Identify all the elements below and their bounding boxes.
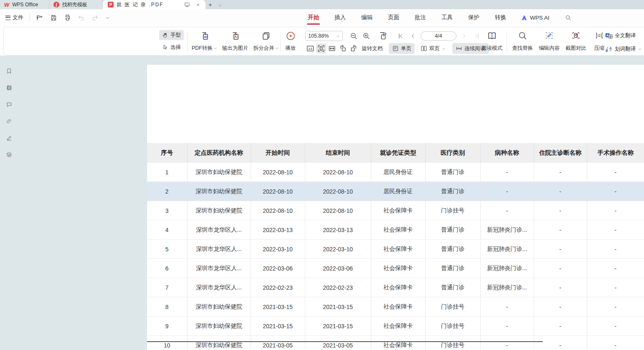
next-page-button[interactable]	[459, 31, 469, 41]
redo-icon	[91, 14, 99, 21]
docer-icon: ʃ	[53, 2, 59, 8]
reading-mode-group: 阅读模式	[479, 30, 505, 53]
table-cell: -	[587, 182, 644, 201]
zoom-in-button[interactable]	[361, 31, 371, 41]
menu-item-edit[interactable]: 编辑	[360, 11, 373, 24]
export-image-icon	[230, 31, 240, 41]
play-button[interactable]: 播放	[283, 30, 298, 53]
menu-item-comment[interactable]: 批注	[414, 11, 427, 24]
annotate-pen-button[interactable]	[4, 133, 15, 143]
menu-item-insert[interactable]: 插入	[334, 11, 347, 24]
table-cell: 2022-08-10	[305, 163, 371, 182]
image-thumbnail-icon	[6, 84, 12, 92]
table-cell: 9	[147, 317, 187, 336]
select-tool-button[interactable]: 选择	[159, 42, 184, 52]
zoom-out-button[interactable]	[349, 31, 359, 41]
screenshot-compare-button[interactable]: 截图对比	[563, 30, 589, 53]
folder-open-icon	[36, 14, 43, 21]
comments-panel-button[interactable]	[4, 100, 15, 110]
close-tab-icon[interactable]: ×	[193, 2, 200, 8]
first-page-button[interactable]	[396, 31, 406, 41]
table-cell: 2022-08-10	[305, 182, 371, 201]
word-translate-button[interactable]: 字A 划词翻译	[603, 44, 643, 54]
search-icon	[565, 15, 571, 21]
wps-ai-button[interactable]: WPS AI	[521, 12, 550, 23]
table-cell: 4	[147, 220, 187, 240]
fit-width-button[interactable]	[327, 43, 337, 54]
tab-wps-office[interactable]: W WPS Office	[0, 0, 49, 9]
actual-size-button[interactable]: 1:1	[305, 43, 315, 54]
rotate-right-button[interactable]	[349, 43, 359, 54]
split-merge-icon	[261, 31, 271, 41]
menu-item-home[interactable]: 开始	[307, 11, 320, 24]
fit-page-button[interactable]	[316, 43, 326, 54]
menu-item-convert[interactable]: 转换	[494, 11, 507, 24]
table-cell: -	[534, 259, 587, 278]
open-file-button[interactable]	[34, 13, 46, 23]
double-page-button[interactable]: 双页	[417, 43, 449, 54]
tab-docer-templates[interactable]: ʃ 找稻壳模板	[49, 0, 103, 9]
hamburger-icon	[5, 15, 10, 20]
rotate-document-button[interactable]: 旋转文档	[360, 43, 385, 54]
tab-document[interactable]: P 就 医 记 录 .PDF ×	[103, 0, 205, 9]
menu-item-page[interactable]: 页面	[387, 11, 400, 24]
previous-page-button[interactable]	[408, 31, 418, 41]
hand-icon	[162, 32, 168, 38]
undo-button[interactable]	[76, 13, 87, 23]
double-page-icon	[421, 45, 427, 52]
table-cell: 深圳市妇幼保健院	[187, 201, 251, 220]
fit-page-icon	[317, 44, 325, 53]
redo-button[interactable]	[89, 13, 101, 23]
layers-panel-button[interactable]	[4, 150, 15, 160]
thumbnails-panel-button[interactable]	[4, 83, 15, 93]
bookmarks-panel-button[interactable]	[4, 66, 15, 76]
new-tab-button[interactable]: +	[205, 0, 215, 9]
chevron-down-icon	[275, 46, 279, 50]
menu-item-protect[interactable]: 保护	[467, 11, 480, 24]
header-cell: 序号	[147, 143, 187, 163]
table-cell: -	[534, 220, 587, 240]
table-cell: 2021-03-15	[305, 317, 371, 336]
print-button[interactable]	[62, 13, 73, 23]
menu-search-button[interactable]	[564, 12, 572, 23]
hand-tool-button[interactable]: 手型	[159, 30, 184, 40]
save-button[interactable]	[48, 13, 59, 23]
rotate-pages-button[interactable]	[378, 31, 388, 41]
page-number-input[interactable]	[421, 31, 456, 41]
attachments-panel-button[interactable]	[4, 116, 15, 126]
table-cell: 普通门诊	[425, 182, 480, 201]
full-text-translate-button[interactable]: A字 全文翻译	[603, 31, 643, 41]
table-cell: -	[587, 163, 644, 182]
table-cell: 社会保障卡	[371, 220, 425, 240]
table-row: 8深圳市妇幼保健院2021-03-152021-03-15社会保障卡门诊挂号--…	[147, 297, 644, 317]
table-cell: 2022-08-10	[251, 163, 305, 182]
table-cell: 2021-03-15	[305, 297, 371, 317]
table-cell: -	[534, 201, 587, 220]
document-workspace: 序号 定点医药机构名称 开始时间 结束时间 就诊凭证类型 医疗类别 病种名称 住…	[0, 56, 644, 350]
zoom-level-select[interactable]: 105.88%	[305, 31, 343, 41]
divider	[280, 32, 281, 51]
menu-bar: 文件 开始 插入 编辑 页面	[0, 9, 644, 26]
left-sidebar	[0, 56, 18, 350]
menu-item-tools[interactable]: 工具	[441, 11, 454, 24]
find-replace-button[interactable]: 查找替换	[509, 30, 536, 53]
table-cell: 门诊挂号	[425, 317, 480, 336]
quick-access-chevron-icon[interactable]	[103, 14, 112, 22]
table-cell: -	[534, 278, 587, 297]
present-screen-icon[interactable]	[184, 2, 190, 8]
table-cell: 1	[147, 163, 187, 182]
single-page-button[interactable]: 单页	[389, 43, 415, 54]
rotate-left-button[interactable]	[338, 43, 348, 54]
table-cell: 2	[147, 182, 187, 201]
play-icon	[286, 31, 296, 41]
pdf-convert-button[interactable]: W PDF转换	[189, 30, 220, 53]
file-menu-button[interactable]: 文件	[3, 12, 25, 23]
toolbar: 手型 选择 W PDF转换 输出为图片 拆分合并	[3, 27, 644, 56]
reading-mode-button[interactable]: 阅读模式	[479, 30, 505, 53]
tab-list-chevron-icon[interactable]	[215, 0, 225, 9]
continuous-reading-icon	[456, 45, 462, 52]
export-image-button[interactable]: 输出为图片	[220, 30, 251, 53]
edit-content-button[interactable]: 编辑内容	[536, 30, 563, 53]
table-cell: -	[480, 201, 534, 220]
split-merge-button[interactable]: 拆分合并	[251, 30, 281, 53]
